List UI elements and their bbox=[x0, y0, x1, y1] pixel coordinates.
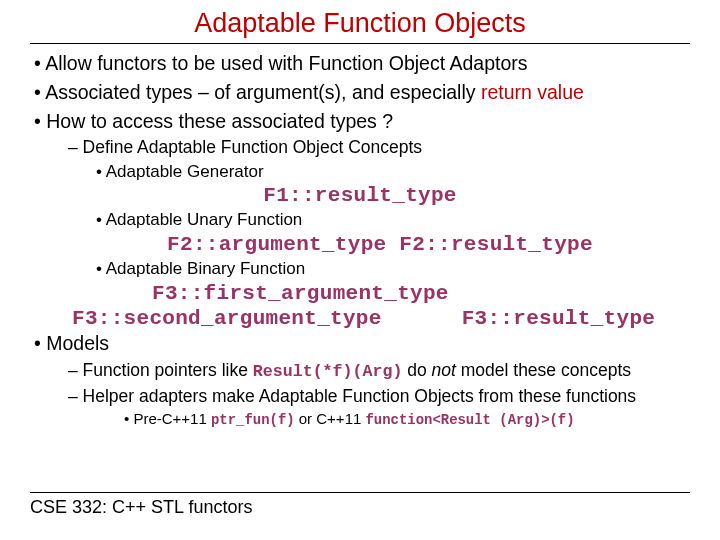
text: Function pointers like bbox=[83, 360, 253, 380]
slide: Adaptable Function Objects Allow functor… bbox=[0, 0, 720, 540]
code-f3-second-arg: F3::second_argument_type bbox=[72, 307, 382, 330]
bullet-how-access: How to access these associated types ? bbox=[22, 110, 698, 134]
bullet-list-cont2: Adaptable Binary Function bbox=[22, 259, 698, 280]
italic-not: not bbox=[432, 360, 456, 380]
bullet-adaptable-binary: Adaptable Binary Function bbox=[22, 259, 698, 280]
bullet-adaptable-generator: Adaptable Generator bbox=[22, 162, 698, 183]
bullet-ptr-fun: Pre-C++11 ptr_fun(f) or C++11 function<R… bbox=[22, 410, 698, 429]
bullet-fn-pointers: Function pointers like Result(*f)(Arg) d… bbox=[22, 360, 698, 382]
code-ptr-fun: ptr_fun(f) bbox=[211, 412, 295, 428]
code-result-f-arg: Result(*f)(Arg) bbox=[253, 362, 403, 381]
bullet-adaptable-unary: Adaptable Unary Function bbox=[22, 210, 698, 231]
slide-title: Adaptable Function Objects bbox=[30, 8, 690, 44]
bullet-list-cont1: Adaptable Unary Function bbox=[22, 210, 698, 231]
text: or C++11 bbox=[295, 410, 366, 427]
bullet-associated-types: Associated types – of argument(s), and e… bbox=[22, 81, 698, 105]
bullet-models: Models bbox=[22, 332, 698, 356]
highlight-return-value: return value bbox=[481, 81, 584, 103]
code-f3-result: F3::result_type bbox=[462, 307, 656, 330]
bullet-allow-functors: Allow functors to be used with Function … bbox=[22, 52, 698, 76]
text: Pre-C++11 bbox=[133, 410, 211, 427]
code-f3-first-arg: F3::first_argument_type bbox=[22, 282, 698, 305]
code-f3-second-and-result: F3::second_argument_typeF3::result_type bbox=[22, 307, 698, 330]
text: do bbox=[402, 360, 431, 380]
text: model these concepts bbox=[456, 360, 631, 380]
text: Associated types – of argument(s), and e… bbox=[45, 81, 481, 103]
code-function-template: function<Result (Arg)>(f) bbox=[366, 412, 575, 428]
bullet-list-models: Models Function pointers like Result(*f)… bbox=[22, 332, 698, 429]
bullet-list: Allow functors to be used with Function … bbox=[22, 52, 698, 182]
slide-footer: CSE 332: C++ STL functors bbox=[30, 492, 690, 518]
bullet-define-concepts: Define Adaptable Function Object Concept… bbox=[22, 137, 698, 158]
code-f2-types: F2::argument_type F2::result_type bbox=[22, 233, 698, 256]
code-f1-result-type: F1::result_type bbox=[22, 184, 698, 207]
bullet-helper-adapters: Helper adapters make Adaptable Function … bbox=[22, 386, 698, 407]
